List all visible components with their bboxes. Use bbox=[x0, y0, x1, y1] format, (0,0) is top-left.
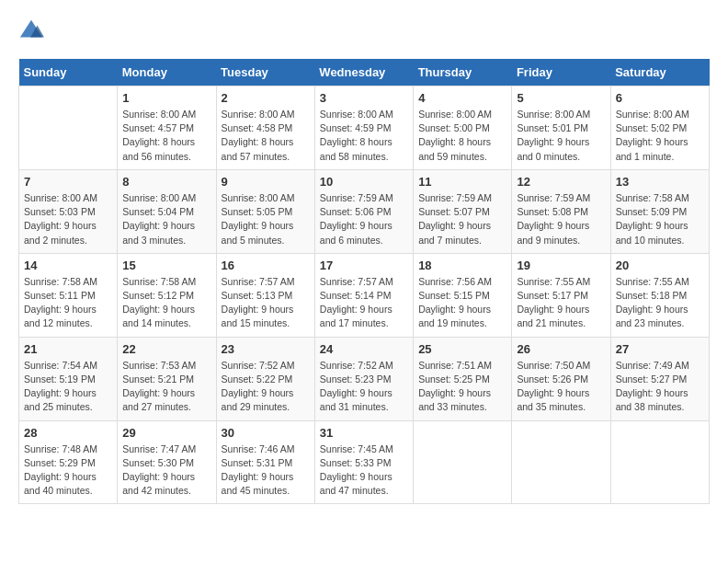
week-row-5: 28Sunrise: 7:48 AMSunset: 5:29 PMDayligh… bbox=[19, 420, 710, 504]
day-number: 26 bbox=[517, 342, 605, 356]
calendar-cell: 21Sunrise: 7:54 AMSunset: 5:19 PMDayligh… bbox=[19, 337, 118, 420]
day-number: 8 bbox=[122, 175, 210, 189]
calendar-cell: 27Sunrise: 7:49 AMSunset: 5:27 PMDayligh… bbox=[610, 337, 709, 420]
calendar-cell: 7Sunrise: 8:00 AMSunset: 5:03 PMDaylight… bbox=[19, 169, 118, 253]
day-number: 27 bbox=[616, 342, 704, 356]
logo bbox=[18, 18, 48, 44]
calendar-cell: 5Sunrise: 8:00 AMSunset: 5:01 PMDaylight… bbox=[512, 86, 610, 170]
day-number: 1 bbox=[122, 91, 210, 105]
day-info: Sunrise: 7:58 AMSunset: 5:09 PMDaylight:… bbox=[616, 191, 704, 247]
day-info: Sunrise: 7:57 AMSunset: 5:13 PMDaylight:… bbox=[222, 275, 310, 331]
day-info: Sunrise: 8:00 AMSunset: 5:03 PMDaylight:… bbox=[24, 191, 112, 247]
day-info: Sunrise: 7:49 AMSunset: 5:27 PMDaylight:… bbox=[616, 359, 704, 415]
day-number: 30 bbox=[222, 426, 310, 440]
calendar-cell: 28Sunrise: 7:48 AMSunset: 5:29 PMDayligh… bbox=[19, 420, 118, 504]
calendar-cell bbox=[610, 420, 709, 504]
weekday-header-wednesday: Wednesday bbox=[314, 59, 413, 86]
weekday-header-friday: Friday bbox=[512, 59, 610, 86]
day-info: Sunrise: 8:00 AMSunset: 4:58 PMDaylight:… bbox=[222, 108, 310, 164]
calendar-cell: 24Sunrise: 7:52 AMSunset: 5:23 PMDayligh… bbox=[314, 337, 413, 420]
week-row-3: 14Sunrise: 7:58 AMSunset: 5:11 PMDayligh… bbox=[19, 253, 710, 337]
calendar-cell: 1Sunrise: 8:00 AMSunset: 4:57 PMDaylight… bbox=[118, 86, 216, 170]
day-number: 25 bbox=[418, 342, 506, 356]
day-info: Sunrise: 7:48 AMSunset: 5:29 PMDaylight:… bbox=[24, 442, 112, 499]
calendar-cell bbox=[512, 420, 610, 504]
calendar-cell: 29Sunrise: 7:47 AMSunset: 5:30 PMDayligh… bbox=[118, 420, 216, 504]
calendar-cell: 31Sunrise: 7:45 AMSunset: 5:33 PMDayligh… bbox=[314, 420, 413, 504]
weekday-header-row: SundayMondayTuesdayWednesdayThursdayFrid… bbox=[19, 59, 710, 86]
calendar-cell: 30Sunrise: 7:46 AMSunset: 5:31 PMDayligh… bbox=[216, 420, 314, 504]
day-info: Sunrise: 7:59 AMSunset: 5:06 PMDaylight:… bbox=[320, 191, 408, 247]
calendar-cell: 8Sunrise: 8:00 AMSunset: 5:04 PMDaylight… bbox=[118, 169, 216, 253]
day-number: 24 bbox=[320, 342, 408, 356]
calendar-table: SundayMondayTuesdayWednesdayThursdayFrid… bbox=[18, 59, 710, 504]
calendar-cell: 9Sunrise: 8:00 AMSunset: 5:05 PMDaylight… bbox=[216, 169, 314, 253]
day-number: 15 bbox=[122, 259, 210, 272]
day-number: 2 bbox=[222, 91, 310, 105]
day-info: Sunrise: 8:00 AMSunset: 5:05 PMDaylight:… bbox=[222, 191, 310, 247]
calendar-cell: 26Sunrise: 7:50 AMSunset: 5:26 PMDayligh… bbox=[512, 337, 610, 420]
day-number: 28 bbox=[24, 426, 112, 440]
weekday-header-monday: Monday bbox=[118, 59, 216, 86]
week-row-1: 1Sunrise: 8:00 AMSunset: 4:57 PMDaylight… bbox=[19, 86, 710, 170]
day-number: 21 bbox=[24, 342, 112, 356]
day-number: 14 bbox=[24, 259, 112, 272]
calendar-cell: 2Sunrise: 8:00 AMSunset: 4:58 PMDaylight… bbox=[216, 86, 314, 170]
calendar-cell: 3Sunrise: 8:00 AMSunset: 4:59 PMDaylight… bbox=[314, 86, 413, 170]
calendar-cell bbox=[19, 86, 118, 170]
day-info: Sunrise: 7:52 AMSunset: 5:23 PMDaylight:… bbox=[320, 359, 408, 415]
weekday-header-tuesday: Tuesday bbox=[216, 59, 314, 86]
calendar-cell: 17Sunrise: 7:57 AMSunset: 5:14 PMDayligh… bbox=[314, 253, 413, 337]
calendar-cell: 11Sunrise: 7:59 AMSunset: 5:07 PMDayligh… bbox=[414, 169, 512, 253]
calendar-cell: 4Sunrise: 8:00 AMSunset: 5:00 PMDaylight… bbox=[414, 86, 512, 170]
day-number: 23 bbox=[222, 342, 310, 356]
calendar-cell: 18Sunrise: 7:56 AMSunset: 5:15 PMDayligh… bbox=[414, 253, 512, 337]
calendar-cell: 14Sunrise: 7:58 AMSunset: 5:11 PMDayligh… bbox=[19, 253, 118, 337]
weekday-header-sunday: Sunday bbox=[19, 59, 118, 86]
day-info: Sunrise: 8:00 AMSunset: 5:00 PMDaylight:… bbox=[418, 108, 506, 164]
day-number: 20 bbox=[616, 259, 704, 272]
day-number: 10 bbox=[320, 175, 408, 189]
day-number: 9 bbox=[222, 175, 310, 189]
day-info: Sunrise: 7:56 AMSunset: 5:15 PMDaylight:… bbox=[418, 275, 506, 331]
day-number: 5 bbox=[517, 91, 605, 105]
calendar-cell: 25Sunrise: 7:51 AMSunset: 5:25 PMDayligh… bbox=[414, 337, 512, 420]
day-info: Sunrise: 7:47 AMSunset: 5:30 PMDaylight:… bbox=[122, 442, 210, 499]
day-number: 18 bbox=[418, 259, 506, 272]
calendar-cell: 15Sunrise: 7:58 AMSunset: 5:12 PMDayligh… bbox=[118, 253, 216, 337]
logo-icon bbox=[18, 18, 44, 44]
week-row-2: 7Sunrise: 8:00 AMSunset: 5:03 PMDaylight… bbox=[19, 169, 710, 253]
day-number: 13 bbox=[616, 175, 704, 189]
day-number: 7 bbox=[24, 175, 112, 189]
day-info: Sunrise: 7:55 AMSunset: 5:18 PMDaylight:… bbox=[616, 275, 704, 331]
calendar-cell: 13Sunrise: 7:58 AMSunset: 5:09 PMDayligh… bbox=[610, 169, 709, 253]
day-info: Sunrise: 7:50 AMSunset: 5:26 PMDaylight:… bbox=[517, 359, 605, 415]
day-number: 16 bbox=[222, 259, 310, 272]
day-info: Sunrise: 7:54 AMSunset: 5:19 PMDaylight:… bbox=[24, 359, 112, 415]
day-info: Sunrise: 7:46 AMSunset: 5:31 PMDaylight:… bbox=[222, 442, 310, 499]
calendar-cell: 16Sunrise: 7:57 AMSunset: 5:13 PMDayligh… bbox=[216, 253, 314, 337]
calendar-cell: 6Sunrise: 8:00 AMSunset: 5:02 PMDaylight… bbox=[610, 86, 709, 170]
day-number: 12 bbox=[517, 175, 605, 189]
calendar-cell: 19Sunrise: 7:55 AMSunset: 5:17 PMDayligh… bbox=[512, 253, 610, 337]
day-info: Sunrise: 8:00 AMSunset: 4:57 PMDaylight:… bbox=[122, 108, 210, 164]
day-number: 22 bbox=[122, 342, 210, 356]
calendar-cell bbox=[414, 420, 512, 504]
week-row-4: 21Sunrise: 7:54 AMSunset: 5:19 PMDayligh… bbox=[19, 337, 710, 420]
day-number: 3 bbox=[320, 91, 408, 105]
day-info: Sunrise: 7:57 AMSunset: 5:14 PMDaylight:… bbox=[320, 275, 408, 331]
calendar-cell: 12Sunrise: 7:59 AMSunset: 5:08 PMDayligh… bbox=[512, 169, 610, 253]
day-info: Sunrise: 7:53 AMSunset: 5:21 PMDaylight:… bbox=[122, 359, 210, 415]
day-info: Sunrise: 7:59 AMSunset: 5:07 PMDaylight:… bbox=[418, 191, 506, 247]
day-number: 31 bbox=[320, 426, 408, 440]
day-info: Sunrise: 7:58 AMSunset: 5:12 PMDaylight:… bbox=[122, 275, 210, 331]
day-info: Sunrise: 7:45 AMSunset: 5:33 PMDaylight:… bbox=[320, 442, 408, 499]
day-info: Sunrise: 7:51 AMSunset: 5:25 PMDaylight:… bbox=[418, 359, 506, 415]
weekday-header-thursday: Thursday bbox=[414, 59, 512, 86]
page-header bbox=[18, 18, 710, 44]
day-number: 11 bbox=[418, 175, 506, 189]
day-number: 6 bbox=[616, 91, 704, 105]
day-number: 4 bbox=[418, 91, 506, 105]
day-info: Sunrise: 8:00 AMSunset: 4:59 PMDaylight:… bbox=[320, 108, 408, 164]
day-info: Sunrise: 8:00 AMSunset: 5:04 PMDaylight:… bbox=[122, 191, 210, 247]
